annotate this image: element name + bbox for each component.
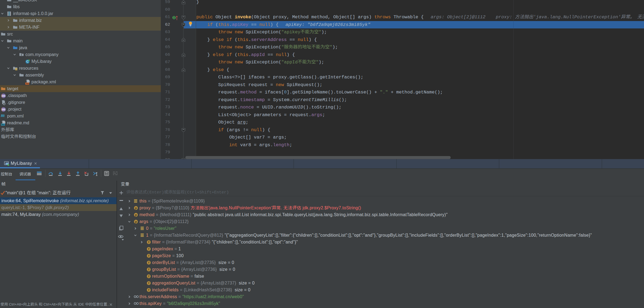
svg-text:f: f: [148, 275, 149, 278]
svg-text:p: p: [135, 206, 137, 210]
svg-text:f: f: [148, 281, 149, 285]
svg-text:f: f: [148, 254, 149, 257]
svg-text:p: p: [135, 213, 137, 216]
svg-text:f: f: [148, 247, 149, 251]
svg-text:<>: <>: [26, 82, 29, 85]
svg-text:MD: MD: [1, 123, 5, 126]
svg-text:f: f: [148, 240, 149, 244]
svg-text:f: f: [148, 288, 149, 292]
svg-text:f: f: [148, 268, 149, 271]
svg-text:C: C: [26, 60, 28, 63]
svg-text:f: f: [148, 261, 149, 264]
svg-text:p: p: [135, 220, 137, 223]
